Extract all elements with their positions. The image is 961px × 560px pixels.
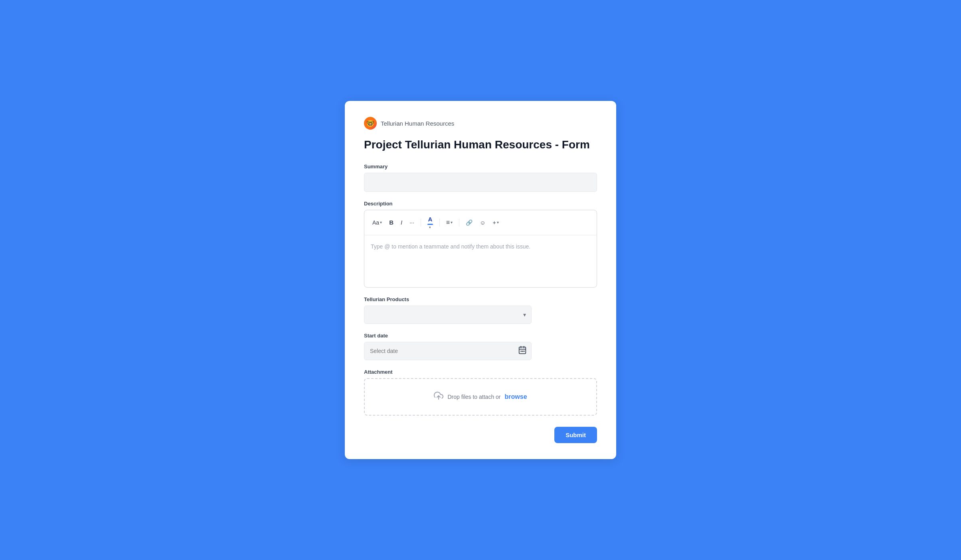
bold-button[interactable]: B [387,217,396,227]
start-date-field-group: Start date [364,333,597,360]
attachment-label: Attachment [364,369,597,375]
list-chevron-icon: ▾ [451,220,453,225]
description-editor: Aa ▾ B I ··· A ▾ [364,210,597,288]
color-indicator [427,224,433,225]
font-button[interactable]: Aa ▾ [370,218,384,227]
summary-label: Summary [364,164,597,170]
brand-name: Tellurian Human Resources [381,120,454,127]
plus-chevron-icon: ▾ [497,220,499,225]
color-chevron-icon: ▾ [429,225,431,229]
upload-icon [434,391,443,403]
toolbar-divider-2 [439,219,440,227]
description-label: Description [364,201,597,207]
attachment-dropzone[interactable]: Drop files to attach or browse [364,378,597,416]
plus-button[interactable]: + ▾ [490,218,501,227]
submit-button[interactable]: Submit [554,427,597,443]
description-field-group: Description Aa ▾ B I ··· A [364,201,597,288]
toolbar-divider-3 [459,219,459,227]
description-input[interactable]: Type @ to mention a teammate and notify … [364,235,597,287]
summary-input[interactable] [364,173,597,192]
attachment-browse-link[interactable]: browse [505,393,527,400]
form-footer: Submit [364,427,597,443]
more-button[interactable]: ··· [407,218,417,227]
toolbar-divider-1 [421,219,421,227]
description-placeholder: Type @ to mention a teammate and notify … [371,243,530,250]
color-button[interactable]: A ▾ [425,214,435,231]
start-date-label: Start date [364,333,597,339]
editor-toolbar: Aa ▾ B I ··· A ▾ [364,210,597,235]
brand-header: 🤓 Tellurian Human Resources [364,117,597,130]
tellurian-products-wrapper: ▾ [364,306,532,324]
summary-field-group: Summary [364,164,597,192]
form-card: 🤓 Tellurian Human Resources Project Tell… [345,101,616,459]
font-chevron-icon: ▾ [380,220,382,225]
attachment-field-group: Attachment Drop files to attach or brows… [364,369,597,416]
start-date-input[interactable] [364,342,532,360]
date-picker-wrapper [364,342,532,360]
tellurian-products-field-group: Tellurian Products ▾ [364,296,597,324]
tellurian-products-label: Tellurian Products [364,296,597,302]
attachment-drop-text: Drop files to attach or [447,394,500,400]
brand-logo: 🤓 [364,117,377,130]
page-title: Project Tellurian Human Resources - Form [364,138,597,152]
link-button[interactable]: 🔗 [463,218,475,227]
emoji-button[interactable]: ☺ [477,218,488,227]
italic-button[interactable]: I [398,217,405,227]
list-button[interactable]: ≡ ▾ [444,217,455,228]
tellurian-products-select[interactable] [364,306,532,324]
